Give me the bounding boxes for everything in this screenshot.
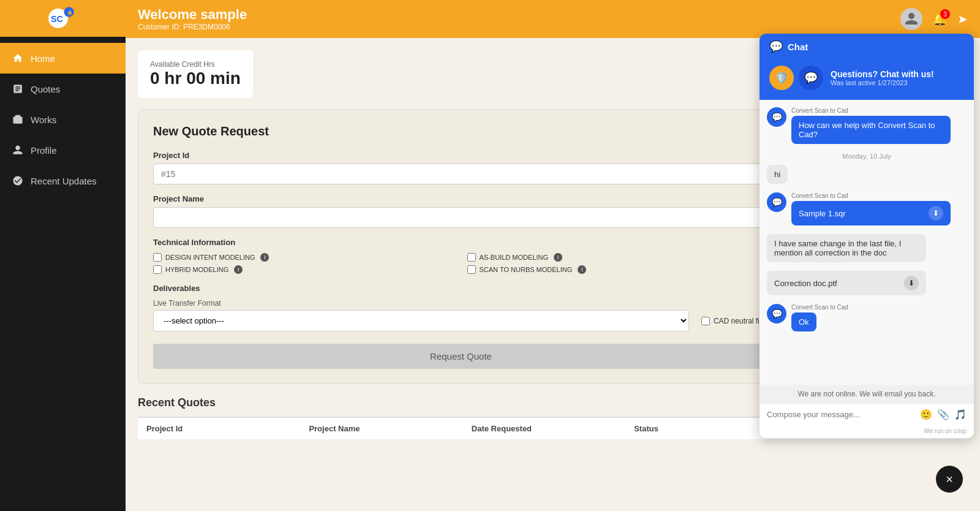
credit-box: Available Credit Hrs 0 hr 00 min — [138, 50, 253, 98]
close-chat-button[interactable]: × — [936, 466, 963, 493]
chat-icon: 💬 — [769, 40, 783, 53]
audio-icon[interactable]: 🎵 — [954, 409, 967, 420]
sidebar-item-works-label: Works — [31, 115, 56, 125]
msg-row-user-file: Correction doc.ptf ⬇ — [767, 271, 967, 295]
live-transfer-label: Live Transfer Format — [153, 299, 689, 308]
top-header: Welcome sample Customer ID: PRE3DM0006 🔔… — [126, 0, 980, 38]
brand-subtitle: Was last active 1/27/2023 — [831, 79, 934, 86]
sidebar-item-home-label: Home — [31, 53, 55, 64]
offline-notice: We are not online. We will email you bac… — [760, 385, 974, 403]
file1-download-btn[interactable]: ⬇ — [929, 206, 943, 221]
live-transfer-group: Live Transfer Format ---select option--- — [153, 299, 689, 331]
logout-button[interactable]: ➤ — [957, 12, 968, 26]
scan-nurbs-checkbox[interactable] — [467, 265, 476, 274]
scan-nurbs-label: SCAN TO NURBS MODELING — [480, 266, 573, 273]
credit-value: 0 hr 00 min — [150, 69, 241, 88]
msg-row-1: 💬 Convert Scan to Cad How can we help wi… — [767, 107, 967, 144]
msg-content-1: Convert Scan to Cad How can we help with… — [791, 107, 967, 144]
sidebar-nav: Home Quotes Works Profile Recent Updates — [0, 37, 126, 511]
msg-content-file1: Convert Scan to Cad Sample 1.sqr ⬇ — [791, 192, 967, 225]
chat-brand-bar: 🛡️ 💬 Questions? Chat with us! Was last a… — [760, 59, 974, 100]
project-id-group: Project Id — [153, 151, 769, 184]
chat-footer: We run on crisp — [760, 425, 974, 438]
msg-content-user-text: I have same change in the last file, I m… — [767, 234, 967, 262]
cad-neutral-group: CAD neutral files — [701, 317, 769, 331]
hybrid-info-icon[interactable]: i — [234, 265, 243, 274]
scan-nurbs-checkbox-item: SCAN TO NURBS MODELING i — [467, 265, 769, 274]
file2-name: Correction doc.ptf — [774, 279, 837, 288]
header-title-area: Welcome sample Customer ID: PRE3DM0006 — [138, 7, 247, 31]
sidebar-item-profile-label: Profile — [31, 145, 57, 156]
project-id-label: Project Id — [153, 151, 769, 160]
design-intent-info-icon[interactable]: i — [260, 253, 269, 262]
customer-id: Customer ID: PRE3DM0006 — [138, 23, 247, 31]
scan-nurbs-info-icon[interactable]: i — [578, 265, 586, 274]
msg-content-user-file: Correction doc.ptf ⬇ — [767, 271, 967, 295]
msg-content-ok: Convert Scan to Cad Ok — [791, 304, 967, 331]
live-transfer-select[interactable]: ---select option--- — [153, 310, 689, 331]
checkboxes-grid: DESIGN INTENT MODELING i AS-BUILD MODELI… — [153, 253, 769, 274]
tech-info-title: Technical Information — [153, 238, 769, 247]
chat-widget: 💬 Chat 🛡️ 💬 Questions? Chat with us! Was… — [760, 34, 974, 438]
msg-row-hi: hi — [767, 165, 967, 184]
design-intent-label: DESIGN INTENT MODELING — [165, 254, 255, 261]
sidebar-item-home[interactable]: Home — [0, 43, 126, 74]
as-build-label: AS-BUILD MODELING — [480, 254, 548, 261]
sidebar-logo: SC 🔒 — [0, 0, 126, 37]
emoji-icon[interactable]: 🙂 — [920, 409, 932, 420]
file1-name: Sample 1.sqr — [799, 209, 846, 218]
col-project-id: Project Id — [146, 424, 309, 433]
chat-header-label: Chat — [788, 42, 808, 52]
quote-form: New Quote Request Project Id Project Nam… — [153, 124, 769, 369]
chat-brand-text: Questions? Chat with us! Was last active… — [831, 69, 934, 86]
credit-label: Available Credit Hrs — [150, 60, 241, 69]
request-quote-button[interactable]: Request Quote — [153, 344, 769, 369]
header-actions: 🔔 3 ➤ — [900, 8, 968, 30]
msg-bubble-1: How can we help with Convert Scan to Cad… — [791, 116, 951, 144]
design-intent-checkbox[interactable] — [153, 253, 162, 262]
cad-neutral-checkbox[interactable] — [701, 317, 710, 325]
sidebar-item-recent-updates[interactable]: Recent Updates — [0, 165, 126, 196]
project-name-group: Project Name — [153, 194, 769, 228]
svg-text:SC: SC — [51, 14, 63, 24]
msg-bubble-user-text: I have same change in the last file, I m… — [767, 234, 926, 262]
as-build-info-icon[interactable]: i — [554, 253, 562, 262]
hybrid-label: HYBRID MODELING — [165, 266, 228, 273]
chat-compose-input[interactable] — [767, 410, 915, 419]
avatar — [900, 8, 922, 30]
chat-header: 💬 Chat — [760, 34, 974, 59]
design-intent-checkbox-item: DESIGN INTENT MODELING i — [153, 253, 455, 262]
chat-input-area: 🙂 📎 🎵 — [760, 403, 974, 425]
sidebar-item-profile[interactable]: Profile — [0, 135, 126, 165]
sidebar-item-quotes[interactable]: Quotes — [0, 74, 126, 104]
col-project-name: Project Name — [309, 424, 471, 433]
svg-text:🔒: 🔒 — [66, 9, 72, 15]
bot-avatar-3: 💬 — [767, 304, 786, 324]
project-name-label: Project Name — [153, 194, 769, 203]
notifications-button[interactable]: 🔔 3 — [932, 12, 948, 26]
file2-download-btn[interactable]: ⬇ — [904, 276, 919, 290]
quote-form-title: New Quote Request — [153, 124, 769, 138]
project-name-input[interactable] — [153, 207, 769, 228]
sidebar-item-recent-updates-label: Recent Updates — [31, 176, 97, 186]
msg-bubble-user-file: Correction doc.ptf ⬇ — [767, 271, 926, 295]
chat-icons: 🙂 📎 🎵 — [920, 409, 967, 420]
msg-row-file1: 💬 Convert Scan to Cad Sample 1.sqr ⬇ — [767, 192, 967, 225]
hybrid-checkbox[interactable] — [153, 265, 162, 274]
chat-messages: 💬 Convert Scan to Cad How can we help wi… — [760, 100, 974, 385]
deliverables-row: Live Transfer Format ---select option---… — [153, 299, 769, 331]
welcome-title: Welcome sample — [138, 7, 247, 23]
attach-icon[interactable]: 📎 — [937, 409, 949, 420]
hybrid-checkbox-item: HYBRID MODELING i — [153, 265, 455, 274]
msg-bubble-file1: Sample 1.sqr ⬇ — [791, 201, 951, 225]
bot-avatar-1: 💬 — [767, 107, 786, 127]
brand-icons: 🛡️ 💬 — [769, 66, 823, 90]
notifications-badge: 3 — [940, 9, 950, 19]
msg-sender-2: Convert Scan to Cad — [791, 192, 967, 199]
sidebar-item-works[interactable]: Works — [0, 104, 126, 135]
date-divider: Monday, 10 July — [767, 153, 967, 160]
as-build-checkbox[interactable] — [467, 253, 476, 262]
project-id-input[interactable] — [153, 164, 769, 184]
bot-avatar-2: 💬 — [767, 192, 786, 212]
msg-sender-3: Convert Scan to Cad — [791, 304, 967, 311]
